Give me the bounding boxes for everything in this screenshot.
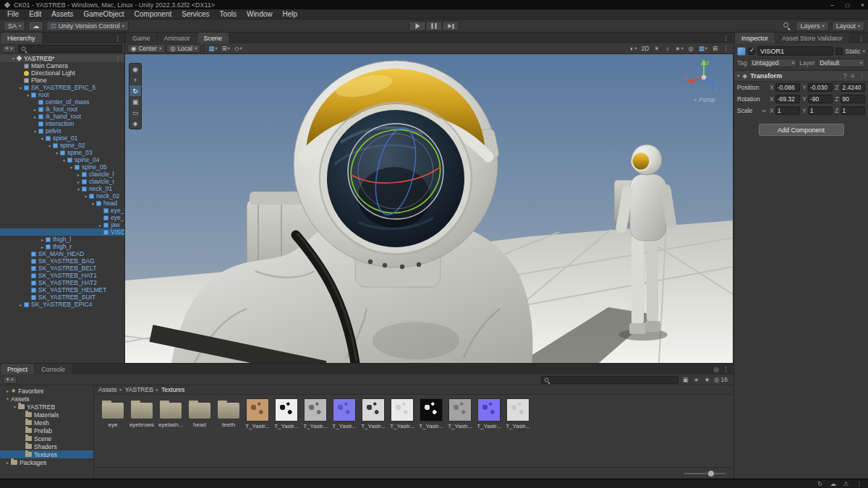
orientation-axis-gizmo[interactable]: x y z [684,57,724,98]
add-component-button[interactable]: Add Component [759,124,844,136]
hierarchy-item-sk_yastreb_epic4[interactable]: ▸SK_YASTREB_EPIC4 [0,301,124,308]
expander-icon[interactable]: ▸ [17,302,24,307]
texture-asset-item[interactable]: T_Yastr... [243,396,272,429]
tab-hierarchy[interactable]: Hierarchy [1,33,42,43]
move-tool-button[interactable]: + [129,74,141,85]
active-checkbox[interactable] [748,48,755,55]
menu-tools[interactable]: Tools [215,10,242,18]
hierarchy-item-clavicle_r[interactable]: ▸clavicle_r [0,178,124,185]
project-tree-item-favorites[interactable]: ▸★Favorites [0,387,93,395]
hierarchy-item-pelvis[interactable]: ▾pelvis [0,127,124,134]
expander-icon[interactable]: ▾ [68,165,75,170]
breadcrumb-assets[interactable]: Assets [98,386,117,393]
hierarchy-item-plane[interactable]: Plane [0,77,124,84]
tab-game[interactable]: Game [126,33,157,43]
scene-overflow-menu-icon[interactable]: ⋮ [721,44,731,53]
foldout-icon[interactable]: ▾ [737,73,739,79]
menu-gameobject[interactable]: GameObject [78,10,129,18]
audio-toggle[interactable]: ♪ [663,44,672,53]
camera-settings-button[interactable]: ⊞ [710,44,720,53]
save-search-icon[interactable]: ★ [703,376,711,383]
scale-tool-button[interactable]: ▣ [129,96,141,107]
folder-asset-item[interactable]: eyebrows [127,396,156,429]
transform-tool-button[interactable]: ◈ [129,118,141,129]
hierarchy-menu-icon[interactable]: ⋮ [114,35,121,42]
lighting-toggle[interactable]: ☀ [652,44,661,53]
hierarchy-item-head[interactable]: ▾head [0,200,124,207]
position-x-field[interactable]: -0.086 [775,83,800,92]
scale-x-field[interactable]: 1 [775,106,800,115]
scene-panel-menu-icon[interactable]: ⋮ [723,35,729,42]
hierarchy-item-clavicle_l[interactable]: ▸clavicle_l [0,171,124,178]
hierarchy-item-spine_03[interactable]: ▾spine_03 [0,149,124,156]
hierarchy-item-main camera[interactable]: Main Camera [0,62,124,69]
cloud-status-icon[interactable]: ☁ [830,480,836,487]
expander-icon[interactable]: ▸ [4,460,11,465]
maximize-button[interactable]: □ [846,1,849,9]
hierarchy-item-sk_yastreb_belt[interactable]: SK_YASTREB_BELT [0,265,124,272]
constrain-proportions-icon[interactable]: ∞ [762,108,767,114]
rect-tool-button[interactable]: ▭ [129,107,141,118]
expander-icon[interactable]: ▸ [75,172,82,177]
hierarchy-item-sk_yastreb_bag[interactable]: SK_YASTREB_BAG [0,257,124,265]
texture-asset-item[interactable]: T_Yastr... [475,396,503,429]
scene-render[interactable] [125,54,733,363]
menu-assets[interactable]: Assets [46,10,78,18]
scale-y-field[interactable]: 1 [808,106,833,115]
search-by-label-icon[interactable]: ∗ [692,376,700,383]
hierarchy-item-sk_yastreb_epic_5[interactable]: ▾SK_YASTREB_EPIC_5 [0,84,124,91]
rotation-z-field[interactable]: 90 [841,95,865,103]
create-asset-button[interactable]: + ▾ [3,376,17,384]
hierarchy-item-sk_man_head[interactable]: SK_MAN_HEAD [0,250,124,257]
hierarchy-item-interaction[interactable]: interaction [0,120,124,127]
project-tree-item-yastreb[interactable]: ▾YASTREB [0,403,93,411]
grid-snap-button[interactable]: ▦▾ [207,44,218,53]
project-search-field[interactable] [541,376,678,384]
folder-asset-item[interactable]: head [185,396,214,429]
minimize-button[interactable]: – [830,1,834,9]
menu-services[interactable]: Services [176,10,214,18]
folder-asset-item[interactable]: teeth [214,396,243,429]
2d-toggle[interactable]: 2D [639,44,650,53]
expander-icon[interactable]: ▸ [32,114,38,119]
menu-component[interactable]: Component [129,10,177,18]
hidden-packages-counter[interactable]: ◎ 16 [714,376,728,383]
menu-edit[interactable]: Edit [24,10,46,18]
create-object-button[interactable]: + ▾ [2,45,16,53]
rotate-tool-button[interactable]: ↻ [129,85,141,96]
expander-icon[interactable]: ▾ [61,158,67,163]
layers-dropdown[interactable]: Layers ▾ [796,21,828,31]
expander-icon[interactable]: ▸ [39,244,46,249]
texture-asset-item[interactable]: T_Yastr... [301,396,330,429]
menu-window[interactable]: Window [242,10,278,18]
scene-viewport[interactable]: ◉ + ↻ ▣ ▭ ◈ x y z ◄ Persp [125,54,733,363]
close-button[interactable]: × [861,1,864,9]
hierarchy-item-visor1[interactable]: VISOR1 [0,228,124,236]
tab-animator[interactable]: Animator [158,33,197,43]
texture-asset-item[interactable]: T_Yastr... [446,396,475,429]
search-by-type-icon[interactable]: ▣ [681,376,689,383]
position-y-field[interactable]: -0.030 [808,83,833,92]
project-tree-item-assets[interactable]: ▾Assets [0,395,93,403]
hierarchy-item-neck_02[interactable]: ▾neck_02 [0,192,124,200]
increment-snap-button[interactable]: ⊞▾ [221,44,231,53]
expander-icon[interactable]: ▾ [75,187,82,192]
project-tree-item-mesh[interactable]: Mesh [0,419,93,427]
account-button[interactable]: SA ▾ [4,21,25,31]
expander-icon[interactable]: ▸ [97,223,103,228]
tab-scene[interactable]: Scene [197,33,229,43]
hierarchy-item-eye_r[interactable]: eye_r [0,214,124,221]
expander-icon[interactable]: ▸ [32,107,38,112]
move-snap-button[interactable]: ◇▾ [233,44,244,53]
shading-mode-dropdown[interactable]: ◐▾ [629,44,638,53]
pause-button[interactable] [426,21,443,31]
expander-icon[interactable]: ▾ [54,150,60,155]
hierarchy-item-spine_01[interactable]: ▾spine_01 [0,134,124,142]
project-tree-item-prefab[interactable]: Prefab [0,427,93,435]
expander-icon[interactable]: ▸ [75,179,82,184]
hierarchy-item-directional light[interactable]: Directional Light [0,69,124,77]
project-menu-icon[interactable]: ⋮ [723,366,729,373]
menu-file[interactable]: File [2,10,24,18]
hierarchy-item-spine_05[interactable]: ▾spine_05 [0,163,124,171]
tab-asset-store-validator[interactable]: Asset Store Validator [775,33,849,43]
